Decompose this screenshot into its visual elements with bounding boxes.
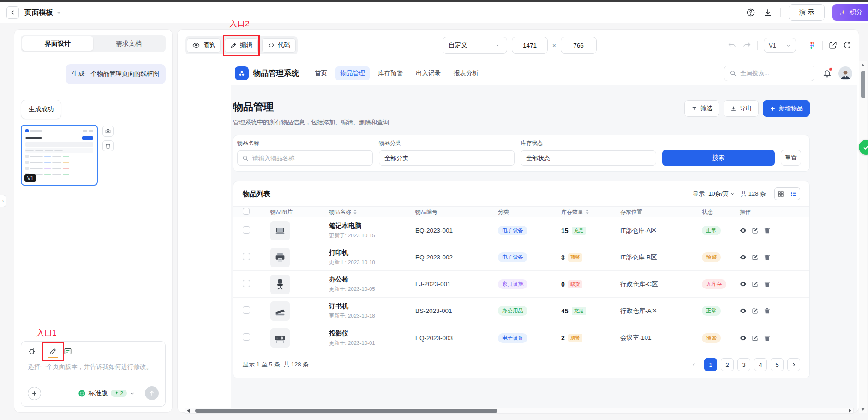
version-select[interactable]: V1 — [764, 38, 796, 53]
vertical-scroll-thumb[interactable] — [861, 71, 865, 98]
user-avatar[interactable] — [838, 66, 852, 80]
global-search-box[interactable] — [724, 66, 814, 81]
item-name[interactable]: 订书机 — [329, 302, 415, 311]
delete-icon[interactable] — [764, 227, 771, 234]
nav-item-reports[interactable]: 报表分析 — [449, 66, 483, 80]
edit-icon[interactable] — [752, 254, 759, 261]
item-name[interactable]: 办公椅 — [329, 276, 415, 284]
row-checkbox[interactable] — [243, 306, 250, 314]
delete-icon[interactable] — [764, 281, 771, 288]
stock-status-select[interactable]: 全部状态 — [521, 150, 656, 166]
page-size-select[interactable]: 10条/页 — [708, 190, 735, 198]
export-button[interactable]: 导出 — [724, 100, 759, 117]
help-icon[interactable] — [746, 8, 755, 17]
edit-icon[interactable] — [752, 335, 759, 342]
col-name[interactable]: 物品名称 — [329, 208, 415, 216]
snapshot-button[interactable] — [102, 126, 114, 137]
edit-icon[interactable] — [752, 281, 759, 288]
row-checkbox[interactable] — [243, 253, 250, 260]
grid-view-toggle[interactable] — [774, 187, 787, 200]
undo-icon[interactable] — [728, 41, 736, 50]
page-button-5[interactable]: 5 — [771, 358, 784, 371]
item-name-search-box[interactable] — [237, 150, 373, 166]
preview-mode-button[interactable]: 预览 — [187, 38, 221, 53]
scroll-right-arrow-icon[interactable] — [847, 408, 853, 413]
horizontal-scroll-thumb[interactable] — [195, 409, 497, 413]
reset-button[interactable]: 重置 — [781, 150, 801, 166]
edit-tool[interactable] — [49, 347, 57, 355]
view-icon[interactable] — [740, 335, 747, 342]
item-name[interactable]: 笔记本电脑 — [329, 222, 415, 230]
list-view-toggle[interactable] — [787, 187, 800, 200]
page-button-2[interactable]: 2 — [721, 358, 734, 371]
category-select[interactable]: 全部分类 — [379, 150, 515, 166]
filter-button[interactable]: 筛选 — [684, 100, 719, 117]
nav-item-items[interactable]: 物品管理 — [335, 66, 370, 80]
view-icon[interactable] — [740, 307, 747, 314]
edit-mode-button[interactable]: 编辑 — [225, 38, 258, 53]
generation-status-bubble: 生成成功 — [21, 100, 61, 119]
page-button-3[interactable]: 3 — [737, 358, 750, 371]
demo-button[interactable]: 演 示 — [789, 4, 825, 21]
code-mode-button[interactable]: 代码 — [262, 38, 296, 53]
page-button-4[interactable]: 4 — [754, 358, 767, 371]
download-icon[interactable] — [763, 8, 772, 17]
debug-bug-icon[interactable] — [27, 347, 36, 356]
edit-icon[interactable] — [752, 227, 759, 234]
canvas-width-input[interactable] — [512, 37, 548, 54]
scroll-left-arrow-icon[interactable] — [185, 408, 192, 413]
add-item-button[interactable]: 新增物品 — [763, 100, 810, 117]
delete-icon[interactable] — [764, 254, 771, 261]
edit-icon[interactable] — [752, 307, 759, 314]
search-button[interactable]: 搜索 — [662, 150, 775, 166]
template-card-icon[interactable] — [63, 347, 72, 356]
nav-item-stock-alert[interactable]: 库存预警 — [373, 66, 407, 80]
size-preset-select[interactable]: 自定义 — [443, 37, 507, 54]
notification-bell-icon[interactable] — [823, 69, 832, 78]
view-icon[interactable] — [740, 227, 747, 234]
row-checkbox[interactable] — [243, 333, 250, 341]
figma-icon[interactable] — [808, 42, 816, 49]
redo-icon[interactable] — [742, 41, 751, 50]
model-selector[interactable]: 标准版 2 — [78, 389, 135, 397]
share-export-icon[interactable] — [829, 41, 837, 49]
table-card-header: 物品列表 显示 10条/页 共 128 条 — [233, 181, 809, 206]
nav-item-records[interactable]: 出入记录 — [411, 66, 445, 80]
refresh-icon[interactable] — [843, 41, 851, 49]
add-attachment-button[interactable] — [28, 387, 41, 400]
delete-version-button[interactable] — [102, 140, 114, 151]
back-button[interactable] — [6, 6, 19, 19]
points-button[interactable]: 积分 — [832, 4, 868, 21]
horizontal-scroll-track[interactable] — [192, 408, 847, 413]
view-icon[interactable] — [740, 281, 747, 288]
page-button-1[interactable]: 1 — [704, 358, 717, 371]
row-checkbox[interactable] — [243, 280, 250, 287]
item-location: 行政仓库-C区 — [620, 280, 702, 288]
select-all-checkbox[interactable] — [243, 208, 250, 215]
scroll-down-arrow-icon[interactable] — [859, 406, 867, 413]
view-icon[interactable] — [740, 254, 747, 261]
next-page-button[interactable] — [787, 358, 800, 371]
global-search-input[interactable] — [740, 70, 800, 77]
col-quantity[interactable]: 库存数量 — [561, 208, 620, 216]
item-name[interactable]: 投影仪 — [329, 330, 415, 338]
composer-placeholder[interactable]: 选择一个页面版本，并告诉我如何进行修改。 — [21, 358, 165, 372]
sidebar-collapse-handle[interactable]: › — [0, 195, 6, 207]
title-chevron-down-icon[interactable] — [56, 10, 61, 15]
row-checkbox[interactable] — [243, 226, 250, 234]
canvas-height-input[interactable] — [561, 37, 597, 54]
vertical-scrollbar[interactable] — [859, 61, 867, 413]
version-thumbnail-card[interactable]: V1 — [21, 125, 98, 186]
item-updated: 更新于: 2023-10-15 — [329, 232, 415, 239]
send-button[interactable] — [145, 386, 159, 400]
tab-interface-design[interactable]: 界面设计 — [22, 36, 93, 51]
nav-item-home[interactable]: 首页 — [310, 66, 332, 80]
item-name-input[interactable] — [252, 155, 368, 162]
scroll-up-arrow-icon[interactable] — [859, 61, 867, 69]
item-name[interactable]: 打印机 — [329, 249, 415, 257]
delete-icon[interactable] — [764, 307, 771, 314]
prev-page-button[interactable] — [688, 358, 700, 371]
delete-icon[interactable] — [764, 335, 771, 342]
horizontal-scrollbar[interactable] — [185, 408, 854, 414]
tab-requirements-doc[interactable]: 需求文档 — [93, 36, 164, 51]
